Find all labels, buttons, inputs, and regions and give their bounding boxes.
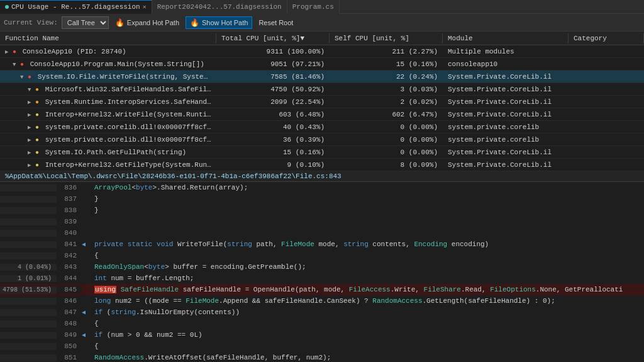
func-name-text: System.Runtime.InteropServices.SafeHandl… [45, 98, 216, 106]
col-category[interactable]: Category [569, 33, 644, 43]
cell-module: system.private.corelib [443, 136, 569, 144]
line-content: { [92, 342, 644, 350]
cell-self: 602 (6.47%) [330, 111, 443, 118]
line-content: long num2 = ((mode == FileMode.Append &&… [92, 297, 644, 305]
cell-module: System.Private.CoreLib.il [443, 149, 569, 156]
expand-hot-path-button[interactable]: 🔥 Expand Hot Path [111, 16, 183, 29]
expand-arrow[interactable]: ▼ [13, 62, 16, 68]
cell-module: System.Private.CoreLib.il [443, 86, 569, 93]
show-hot-path-button[interactable]: 🔥 Show Hot Path [186, 16, 252, 29]
cell-total: 4750 (50.92%) [216, 86, 330, 93]
line-stats: . [0, 196, 57, 203]
expand-arrow[interactable]: ▶ [28, 137, 31, 144]
tab-label-1: CPU Usage - Re...57.diagsession [11, 3, 140, 11]
line-content: private static void WriteToFile(string p… [92, 240, 644, 248]
line-number: 845 [57, 286, 82, 293]
tab-label-3: Program.cs [292, 3, 334, 11]
line-stats: . [0, 184, 57, 191]
reset-root-button[interactable]: Reset Root [255, 16, 297, 29]
line-stats: . [0, 309, 57, 316]
code-line: .837 } [0, 193, 644, 205]
line-stats: . [0, 218, 57, 225]
col-function-name[interactable]: Function Name [0, 33, 216, 43]
func-name-text: ConsoleApp10.Program.Main(System.String[… [30, 60, 204, 68]
table-body: ▶ ● ConsoleApp10 (PID: 28740) 9311 (100.… [0, 45, 644, 171]
line-number: 840 [57, 229, 82, 237]
cell-name: ▶ ● ConsoleApp10 (PID: 28740) [0, 48, 216, 55]
cell-module: System.Private.CoreLib.il [443, 98, 569, 106]
table-row[interactable]: ▶ ● Interop+Kernel32.WriteFile(System.Ru… [0, 108, 644, 121]
tab-diagsession-2[interactable]: Report2024042...57.diagsession [152, 0, 287, 14]
code-line: .838 } [0, 205, 644, 216]
func-icon: ● [20, 61, 24, 68]
close-tab-1[interactable]: ✕ [143, 3, 147, 11]
code-line: .836ArrayPool<byte>.Shared.Return(array)… [0, 182, 644, 193]
cell-name: ▶ ● system.private.corelib.dll!0x00007ff… [0, 136, 216, 144]
line-stats: . [0, 230, 57, 237]
func-name-text: Interop+Kernel32.GetFileType(System.Runt… [45, 161, 216, 169]
table-row[interactable]: ▶ ● ConsoleApp10 (PID: 28740) 9311 (100.… [0, 45, 644, 58]
table-row[interactable]: ▶ ● System.IO.Path.GetFullPath(string) 1… [0, 146, 644, 159]
table-row[interactable]: ▶ ● Interop+Kernel32.GetFileType(System.… [0, 159, 644, 171]
tab-diagsession-1[interactable]: CPU Usage - Re...57.diagsession ✕ [0, 0, 152, 14]
line-number: 841 [57, 240, 82, 248]
line-stats: 1 (0.01%) [0, 275, 57, 282]
line-content: ArrayPool<byte>.Shared.Return(array); [92, 184, 644, 191]
line-content: { [92, 252, 644, 259]
cell-name: ▶ ● System.IO.Path.GetFullPath(string) [0, 149, 216, 156]
tab-indicator [5, 5, 9, 9]
expand-arrow[interactable]: ▶ [28, 112, 31, 118]
func-name-text: system.private.corelib.dll!0x00007ff8cf7… [45, 136, 216, 144]
table-row[interactable]: ▶ ● system.private.corelib.dll!0x00007ff… [0, 133, 644, 146]
cell-self: 211 (2.27%) [330, 48, 443, 55]
cell-self: 3 (0.03%) [330, 86, 443, 93]
line-number: 842 [57, 252, 82, 259]
expand-arrow[interactable]: ▼ [20, 74, 23, 81]
code-line: .840 [0, 227, 644, 239]
expand-arrow[interactable]: ▶ [28, 99, 31, 106]
current-view-select[interactable]: Call Tree [62, 16, 109, 29]
col-module[interactable]: Module [443, 33, 569, 43]
func-icon: ● [35, 111, 39, 118]
expand-arrow[interactable]: ▼ [28, 87, 31, 93]
table-row[interactable]: ▼ ● ConsoleApp10.Program.Main(System.Str… [0, 58, 644, 71]
line-number: 844 [57, 274, 82, 282]
code-line: .839 [0, 216, 644, 227]
func-icon: ● [28, 74, 31, 81]
line-content: int num = buffer.Length; [92, 274, 644, 282]
line-stats: . [0, 320, 57, 327]
expand-arrow[interactable]: ▶ [28, 150, 31, 156]
line-number: 843 [57, 263, 82, 271]
line-arrow: ◀ [82, 240, 92, 248]
col-self-cpu[interactable]: Self CPU [unit, %] [330, 33, 443, 43]
code-line: .841◀ private static void WriteToFile(st… [0, 239, 644, 250]
file-path: %AppData%\Local\Temp\.dwsrc\File\28246b3… [5, 173, 341, 180]
cell-total: 15 (0.16%) [216, 149, 330, 156]
line-stats: . [0, 332, 57, 339]
tab-program-cs[interactable]: Program.cs [287, 0, 340, 14]
cell-module: system.private.corelib [443, 123, 569, 131]
expand-arrow[interactable]: ▶ [28, 162, 31, 169]
cell-module: System.Private.CoreLib.il [443, 111, 569, 118]
line-number: 848 [57, 320, 82, 327]
line-content: { [92, 320, 644, 327]
line-number: 837 [57, 195, 82, 203]
table-row[interactable]: ▶ ● system.private.corelib.dll!0x00007ff… [0, 121, 644, 133]
table-row[interactable]: ▼ ● Microsoft.Win32.SafeFileHandles.Safe… [0, 83, 644, 96]
func-icon: ● [35, 99, 39, 106]
table-row[interactable]: ▼ ● System.IO.File.WriteToFile(string, S… [0, 71, 644, 83]
func-name-text: ConsoleApp10 (PID: 28740) [23, 48, 126, 55]
line-content: using SafeFileHandle safeFileHandle = Op… [92, 286, 644, 293]
line-content: ReadOnlySpan<byte> buffer = encoding.Get… [92, 263, 644, 271]
col-total-cpu[interactable]: Total CPU [unit, %]▼ [216, 33, 330, 43]
line-stats: . [0, 343, 57, 350]
func-name-text: System.IO.File.WriteToFile(string, Syste… [38, 73, 216, 81]
func-icon: ● [35, 149, 39, 156]
current-view-label: Current View: [4, 19, 58, 26]
expand-arrow[interactable]: ▶ [5, 49, 8, 55]
cell-name: ▼ ● ConsoleApp10.Program.Main(System.Str… [0, 60, 216, 68]
table-row[interactable]: ▶ ● System.Runtime.InteropServices.SafeH… [0, 96, 644, 108]
cell-self: 0 (0.00%) [330, 149, 443, 156]
line-stats: . [0, 252, 57, 259]
expand-arrow[interactable]: ▶ [28, 125, 31, 131]
